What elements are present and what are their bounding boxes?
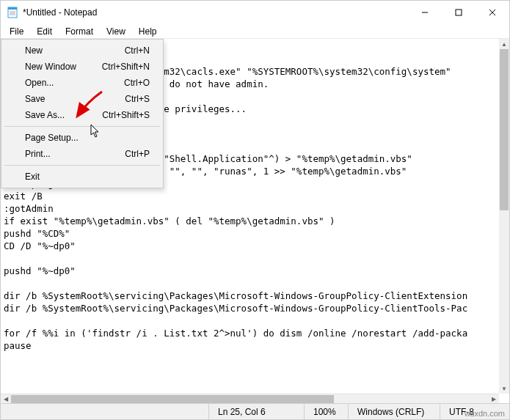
scroll-thumb[interactable] [11, 395, 334, 403]
status-eol: Windows (CRLF) [348, 404, 440, 419]
menu-page-setup[interactable]: Page Setup... [3, 130, 161, 146]
scroll-thumb[interactable] [500, 49, 509, 210]
status-position: Ln 25, Col 6 [208, 404, 304, 419]
menu-label: New [25, 45, 43, 56]
statusbar: Ln 25, Col 6 100% Windows (CRLF) UTF-8 [1, 403, 509, 419]
window-title: *Untitled - Notepad [23, 7, 408, 18]
menu-file[interactable]: File [4, 25, 29, 38]
menu-label: New Window [25, 62, 76, 72]
vertical-scrollbar[interactable]: ▲ ▼ [499, 39, 509, 394]
menu-shortcut: Ctrl+N [125, 45, 150, 56]
menu-shortcut: Ctrl+S [125, 94, 150, 104]
menu-label: Exit [25, 172, 40, 182]
scroll-down-icon[interactable]: ▼ [499, 383, 509, 394]
menu-label: Save [25, 94, 45, 104]
cursor-icon [90, 124, 101, 141]
horizontal-scrollbar[interactable]: ◀ ▶ [1, 394, 499, 404]
menu-view[interactable]: View [101, 25, 131, 38]
watermark: wsxdn.com [465, 409, 505, 418]
menu-shortcut: Ctrl+O [124, 78, 150, 88]
menu-label: Open... [25, 78, 54, 88]
menu-edit[interactable]: Edit [31, 25, 58, 38]
menubar: File Edit Format View Help [1, 24, 509, 39]
menu-shortcut: Ctrl+Shift+N [102, 62, 150, 72]
close-button[interactable] [476, 1, 509, 24]
menu-shortcut: Ctrl+P [125, 149, 150, 159]
menu-exit[interactable]: Exit [3, 169, 161, 185]
menu-label: Print... [25, 149, 51, 159]
menu-separator [4, 165, 160, 166]
menu-new[interactable]: New Ctrl+N [3, 43, 161, 59]
menu-new-window[interactable]: New Window Ctrl+Shift+N [3, 59, 161, 75]
menu-help[interactable]: Help [133, 25, 163, 38]
titlebar: *Untitled - Notepad [1, 1, 509, 24]
menu-print[interactable]: Print... Ctrl+P [3, 146, 161, 162]
scroll-up-icon[interactable]: ▲ [499, 39, 509, 49]
notepad-icon [7, 7, 18, 18]
menu-shortcut: Ctrl+Shift+S [102, 110, 150, 120]
window-controls [408, 1, 509, 24]
maximize-button[interactable] [442, 1, 476, 24]
status-zoom: 100% [304, 404, 348, 419]
minimize-button[interactable] [408, 1, 442, 24]
menu-format[interactable]: Format [59, 25, 99, 38]
svg-rect-6 [456, 10, 462, 15]
annotation-arrow-icon [73, 89, 109, 128]
menu-label: Save As... [25, 110, 65, 120]
svg-rect-1 [8, 7, 17, 10]
menu-label: Page Setup... [25, 133, 79, 143]
